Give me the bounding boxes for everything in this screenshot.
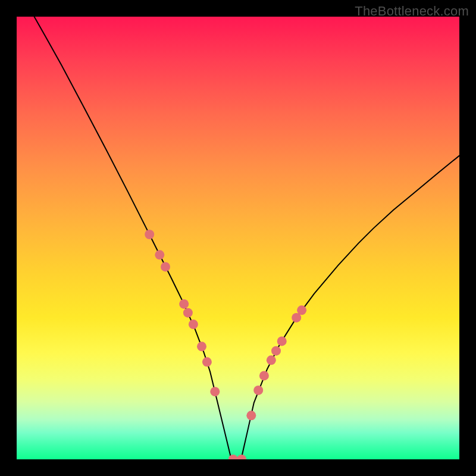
marker-dot [155, 250, 164, 259]
marker-dot [202, 357, 212, 367]
marker-dot [145, 230, 154, 239]
marker-dot [246, 411, 256, 420]
marker-dot [297, 305, 306, 315]
marker-dot [259, 371, 269, 380]
marker-dot [237, 455, 246, 459]
marker-dot [197, 342, 206, 351]
marker-dot [210, 387, 220, 396]
marker-dot [271, 346, 281, 356]
bottleneck-curve [17, 17, 459, 459]
marker-dot [267, 355, 276, 365]
marker-dots [145, 230, 306, 459]
chart-stage: TheBottleneck.com [0, 0, 476, 476]
marker-dot [179, 299, 189, 309]
marker-dot [189, 320, 198, 329]
plot-overlay [17, 17, 459, 459]
marker-dot [253, 386, 263, 395]
marker-dot [183, 308, 193, 318]
marker-dot [277, 336, 287, 346]
marker-dot [161, 262, 170, 271]
plot-area [17, 17, 459, 459]
